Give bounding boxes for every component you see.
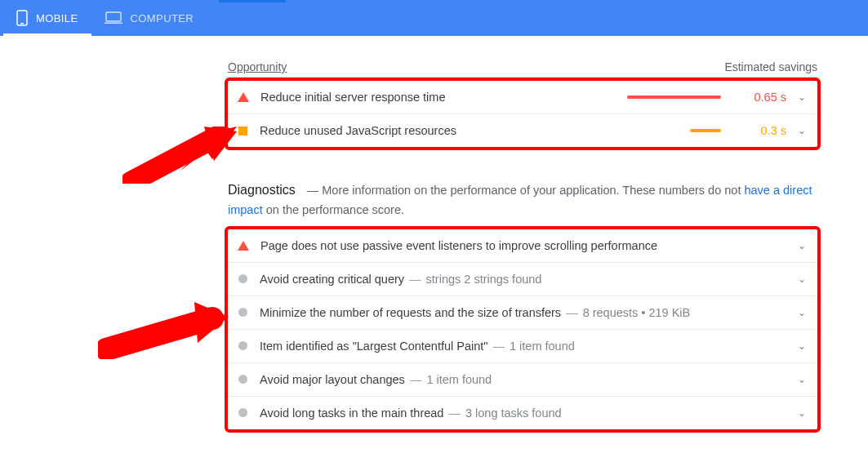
mobile-icon [16,10,28,26]
annotation-arrow-icon [122,127,237,184]
annotation-arrow-icon [98,302,229,359]
chevron-down-icon: ⌄ [796,407,808,419]
opportunities-header-right: Estimated savings [724,60,817,73]
chevron-down-icon: ⌄ [796,374,808,385]
chevron-down-icon: ⌄ [796,240,808,251]
diagnostic-title: Minimize the number of requests and the … [260,306,796,319]
info-dot-icon [238,341,247,350]
warning-triangle-icon [238,92,249,102]
info-dot-icon [238,308,247,317]
dash: — [409,273,421,286]
diagnostics-desc-suffix: on the performance score. [263,203,404,216]
main-content: Opportunity Estimated savings Reduce ini… [225,36,821,433]
chevron-down-icon: ⌄ [796,273,808,285]
opportunities-header-left: Opportunity [228,60,287,73]
diagnostic-title-text: Avoid creating critical query [260,273,404,286]
diagnostic-title-text: Avoid long tasks in the main thread [260,406,443,420]
dash: — [493,340,505,353]
svg-rect-2 [106,12,121,21]
diagnostic-title: Avoid long tasks in the main thread—3 lo… [260,406,796,420]
dash: — [566,306,578,319]
info-dot-icon [238,375,247,384]
svg-marker-4 [122,127,237,184]
opportunities-box: Reduce initial server response time 0.65… [225,78,821,150]
diagnostic-sub: 3 long tasks found [465,406,562,420]
svg-rect-1 [20,23,24,24]
opportunity-title: Reduce initial server response time [260,91,627,104]
diagnostics-box: Page does not use passive event listener… [225,226,821,433]
opportunity-row[interactable]: Reduce unused JavaScript resources 0.3 s… [228,114,817,147]
diagnostic-row[interactable]: Minimize the number of requests and the … [228,296,817,330]
dash: — [448,406,461,420]
diagnostic-row[interactable]: Avoid long tasks in the main thread—3 lo… [228,397,817,429]
opportunities-header: Opportunity Estimated savings [225,60,821,78]
chevron-down-icon: ⌄ [796,91,808,103]
warning-square-icon [238,127,247,135]
chevron-down-icon: ⌄ [796,340,808,352]
diagnostic-row[interactable]: Page does not use passive event listener… [228,229,817,263]
diagnostic-title: Item identified as "Largest Contentful P… [260,340,796,353]
diagnostic-sub: 8 requests • 219 KiB [583,306,691,319]
savings-bar [690,129,721,132]
diagnostic-title-text: Item identified as "Largest Contentful P… [260,340,488,353]
diagnostic-title-text: Avoid major layout changes [260,373,405,386]
diagnostic-row[interactable]: Avoid major layout changes—1 item found … [228,363,817,397]
computer-icon [105,11,122,24]
top-accent [219,0,286,2]
savings-value: 0.3 s [736,124,786,137]
tab-computer-label: COMPUTER [131,12,194,24]
savings-value: 0.65 s [736,91,786,104]
diagnostic-title: Avoid major layout changes—1 item found [260,373,796,386]
diagnostic-sub: 1 item found [510,340,575,353]
diagnostic-title: Page does not use passive event listener… [260,239,796,252]
diagnostic-sub: strings 2 strings found [426,273,542,286]
svg-marker-7 [194,302,229,343]
diagnostic-row[interactable]: Avoid creating critical query—strings 2 … [228,263,817,296]
diagnostics-desc-prefix: — More information on the performance of… [307,184,745,197]
opportunity-row[interactable]: Reduce initial server response time 0.65… [228,81,817,114]
diagnostic-row[interactable]: Item identified as "Largest Contentful P… [228,330,817,363]
tab-mobile[interactable]: MOBILE [3,0,91,36]
chevron-down-icon: ⌄ [796,307,808,318]
dash: — [410,373,422,386]
diagnostic-sub: 1 item found [426,373,492,386]
diagnostic-title: Avoid creating critical query—strings 2 … [260,273,796,286]
diagnostics-title: Diagnostics [228,183,296,197]
chevron-down-icon: ⌄ [796,125,808,136]
diagnostic-title-text: Minimize the number of requests and the … [260,306,561,319]
warning-triangle-icon [238,241,249,251]
opportunity-title: Reduce unused JavaScript resources [260,124,690,137]
savings-bar [627,96,721,99]
device-tabs: MOBILE COMPUTER [0,0,868,36]
info-dot-icon [238,274,247,283]
info-dot-icon [238,408,247,417]
svg-rect-3 [105,23,122,24]
tab-mobile-label: MOBILE [36,12,78,24]
diagnostics-header: Diagnostics — More information on the pe… [225,180,821,226]
tab-computer[interactable]: COMPUTER [91,0,207,36]
